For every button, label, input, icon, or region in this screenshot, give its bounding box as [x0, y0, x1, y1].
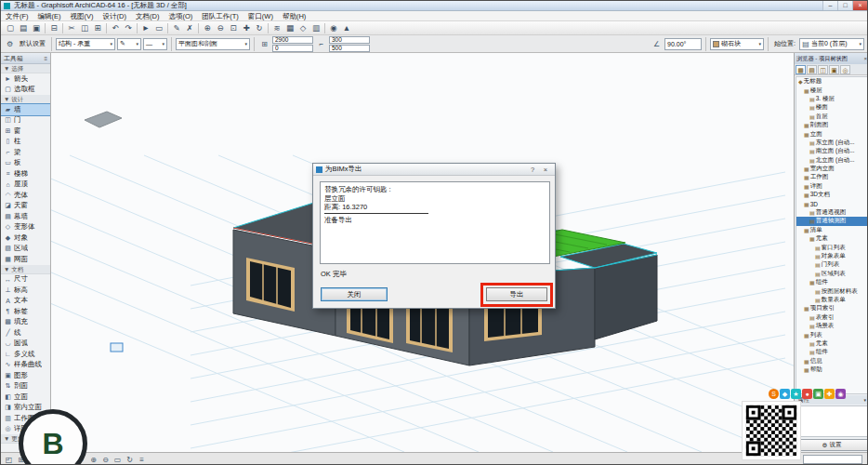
social-red-icon[interactable]: ● — [802, 389, 812, 399]
social-orange-icon[interactable]: ✚ — [824, 389, 835, 399]
settings-button[interactable]: ⚙ 设置 — [796, 439, 868, 451]
view-map-tab[interactable]: ▤ — [807, 65, 817, 74]
tree-item-28[interactable]: ▤场景表 — [796, 322, 867, 330]
menu-item-0[interactable]: 文件(F) — [1, 11, 33, 21]
tree-item-32[interactable]: ▦信息 — [796, 357, 867, 365]
title-bar[interactable]: 无标题 - Graphisoft ArchiCAD-64 16 - [无标题 3… — [1, 1, 867, 11]
tool-item-1-14[interactable]: ▦网面 — [1, 254, 50, 265]
tree-item-3[interactable]: ▤楼面 — [796, 103, 867, 112]
undo-icon[interactable]: ↶ — [109, 22, 122, 34]
dialog-title-bar[interactable]: 为BIMx导出 ? × — [313, 164, 555, 176]
toolbox-group-2[interactable]: ▼ 文档 — [1, 265, 50, 274]
fit-status-icon[interactable]: ▭ — [112, 456, 124, 464]
close-icon[interactable]: × — [863, 53, 867, 64]
tool-item-1-5[interactable]: ▭板 — [1, 158, 50, 169]
tree-item-0[interactable]: ◆无标题 — [796, 77, 867, 86]
minimize-button[interactable]: – — [822, 1, 837, 10]
tool-item-1-13[interactable]: ▨区域 — [1, 244, 50, 255]
tool-item-2-8[interactable]: ∿样条曲线 — [1, 360, 50, 371]
dialog-export-button[interactable]: 导出 — [486, 287, 547, 301]
tool-item-2-11[interactable]: ◧立面 — [1, 392, 50, 403]
tree-item-30[interactable]: ▤元素 — [796, 339, 867, 348]
project-map-tab[interactable]: ▦ — [796, 65, 806, 74]
tool-item-2-6[interactable]: ◡圆弧 — [1, 339, 50, 350]
home-story-combo[interactable]: ▤ 当前0 (首层) ▾ — [799, 38, 864, 50]
tool-item-2-2[interactable]: A文本 — [1, 296, 50, 307]
tool-item-1-7[interactable]: ⌂屋顶 — [1, 179, 50, 191]
tree-item-11[interactable]: ▦工作图 — [796, 173, 867, 181]
tool-item-1-4[interactable]: ⌐梁 — [1, 147, 50, 158]
structure-combo[interactable]: 结构 - 承重 ▾ — [56, 38, 115, 50]
delete-icon[interactable]: ✗ — [183, 22, 196, 34]
tool-item-2-10[interactable]: ⇅剖面 — [1, 381, 50, 392]
publisher-tab[interactable]: ▣ — [829, 65, 839, 74]
toolbox-group-0[interactable]: ▼ 选择 — [1, 64, 50, 73]
wall-thickness-field[interactable] — [329, 36, 370, 44]
wall-offset-field[interactable] — [329, 45, 370, 52]
tree-item-29[interactable]: ▦列表 — [796, 330, 867, 339]
tree-item-18[interactable]: ▦元素 — [796, 234, 867, 243]
default-settings-label[interactable]: 默认设置 — [18, 39, 47, 48]
tool-item-2-1[interactable]: ⊥标高 — [1, 285, 50, 296]
tree-item-31[interactable]: ▤组件 — [796, 348, 867, 356]
view-display-combo[interactable]: 平面图和剖面 ▾ — [176, 38, 250, 50]
zoom-out-status-icon[interactable]: ⊖ — [99, 456, 112, 464]
social-blue-icon[interactable]: ◆ — [780, 389, 790, 399]
tool-item-2-3[interactable]: ¶标签 — [1, 306, 50, 317]
tool-item-2-0[interactable]: ↔尺寸 — [1, 274, 50, 286]
open-file-icon[interactable]: ▤ — [17, 22, 30, 34]
zoom-in-icon[interactable]: ⊕ — [201, 22, 214, 34]
zoom-out-icon[interactable]: ⊖ — [214, 22, 227, 34]
social-green-icon[interactable]: ▣ — [813, 389, 823, 399]
tree-item-1[interactable]: ▦楼层 — [796, 86, 867, 94]
menu-item-7[interactable]: 窗口(W) — [243, 11, 278, 21]
wall-top-height-field[interactable] — [272, 36, 313, 44]
maximize-button[interactable]: □ — [837, 1, 852, 10]
paste-icon[interactable]: ⊞ — [91, 22, 104, 34]
tree-item-19[interactable]: ▤窗口列表 — [796, 243, 867, 251]
tree-item-8[interactable]: ▤南立面 (自动... — [796, 147, 867, 155]
tree-item-24[interactable]: ▤按图层材料表 — [796, 286, 867, 295]
tree-item-10[interactable]: ▦室内立面 — [796, 165, 867, 173]
tree-item-15[interactable]: ▤普通透视图 — [796, 208, 867, 217]
tree-item-27[interactable]: ▤表索引 — [796, 313, 867, 322]
menu-icon[interactable]: ≡ — [44, 53, 47, 64]
3d-view-icon[interactable]: ◇ — [296, 22, 309, 34]
publish-icon[interactable]: ▲ — [340, 22, 353, 34]
tool-item-0-0[interactable]: ►箭头 — [1, 73, 50, 85]
tool-item-2-7[interactable]: ∟多义线 — [1, 349, 50, 360]
layout-status-icon[interactable]: ≡ — [136, 456, 148, 464]
story-icon[interactable]: ▥ — [309, 22, 322, 34]
pan-mode-icon[interactable]: ◰ — [3, 456, 15, 464]
material-combo[interactable]: 砌石块 ▾ — [710, 38, 764, 50]
tool-item-1-12[interactable]: ◆对象 — [1, 232, 50, 244]
tool-item-2-4[interactable]: ▩填充 — [1, 317, 50, 328]
redo-icon[interactable]: ↷ — [122, 22, 135, 34]
tree-item-7[interactable]: ▤东立面 (自动... — [796, 139, 867, 147]
angle-field[interactable] — [664, 38, 702, 50]
tool-item-1-9[interactable]: ◪天窗 — [1, 201, 50, 212]
status-right-box[interactable] — [803, 455, 862, 464]
wall-settings-icon[interactable]: ⚙ — [4, 38, 16, 50]
tree-item-25[interactable]: ▤数量表单 — [796, 296, 867, 304]
tree-item-5[interactable]: ▦剖面图 — [796, 121, 867, 129]
toolbox-header[interactable]: 工具箱 ≡ — [1, 53, 50, 64]
tool-item-1-10[interactable]: ▤幕墙 — [1, 211, 50, 222]
tree-item-33[interactable]: ▦帮助 — [796, 365, 867, 374]
tree-item-9[interactable]: ▤北立面 (自动... — [796, 156, 867, 165]
new-file-icon[interactable]: ▢ — [4, 22, 17, 34]
menu-item-4[interactable]: 文档(D) — [131, 11, 164, 21]
messenger-icon[interactable]: S — [769, 389, 779, 399]
social-purple-icon[interactable]: ◉ — [835, 389, 846, 399]
save-icon[interactable]: ▣ — [30, 22, 43, 34]
tree-item-13[interactable]: ▦3D文档 — [796, 191, 867, 199]
tree-item-14[interactable]: ▦3D — [796, 199, 867, 207]
pen-combo[interactable]: ✎ ▾ — [117, 38, 141, 50]
menu-item-1[interactable]: 编辑(E) — [33, 11, 66, 21]
tree-item-26[interactable]: ▦项目索引 — [796, 304, 867, 312]
grid-icon[interactable]: ▦ — [283, 22, 296, 34]
tree-item-6[interactable]: ▦立面 — [796, 129, 867, 138]
tree-item-4[interactable]: ▤首层 — [796, 113, 867, 121]
tool-item-1-6[interactable]: ≡楼梯 — [1, 168, 50, 179]
tool-item-1-1[interactable]: ◫门 — [1, 115, 50, 126]
